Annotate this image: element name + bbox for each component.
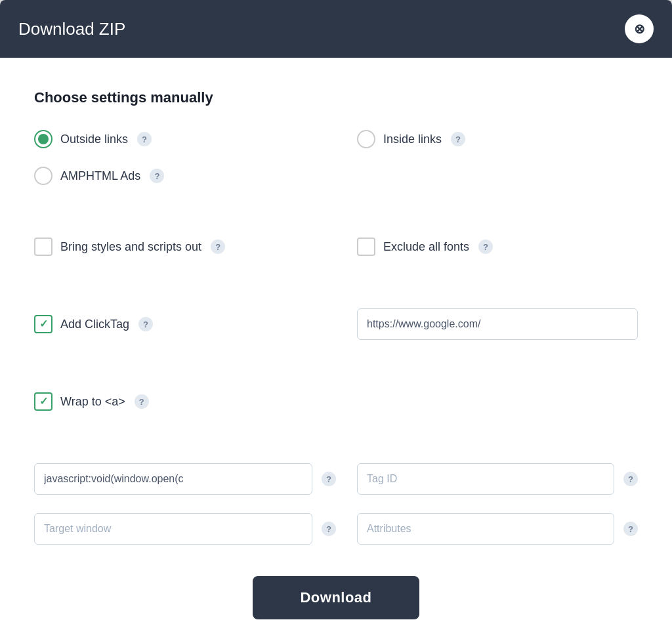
href-input[interactable] (34, 463, 312, 495)
wrap-to-a-help-icon[interactable]: ? (135, 394, 149, 409)
col-exclude-fonts: Exclude all fonts ? (357, 238, 638, 256)
href-help-icon[interactable]: ? (322, 472, 336, 486)
col-amphtml: AMPHTML Ads ? (34, 167, 336, 185)
download-button[interactable]: Download (253, 576, 419, 619)
col-add-clicktag: ✓ Add ClickTag ? (34, 315, 336, 333)
row-amphtml: AMPHTML Ads ? (34, 167, 638, 185)
exclude-fonts-checkbox-outer[interactable] (357, 238, 375, 256)
modal-container: Download ZIP ⊗ Choose settings manually … (0, 0, 672, 643)
wrap-to-a-checkbox[interactable]: ✓ Wrap to <a> (34, 392, 125, 411)
add-clicktag-checkmark: ✓ (39, 319, 48, 329)
wrap-to-a-label: Wrap to <a> (60, 395, 125, 409)
download-section: Download (34, 576, 638, 633)
add-clicktag-checkbox[interactable]: ✓ Add ClickTag (34, 315, 129, 333)
col-attributes: ? (357, 513, 638, 545)
amphtml-ads-radio[interactable]: AMPHTML Ads (34, 167, 140, 185)
row-links: Outside links ? Inside links ? (34, 130, 638, 148)
bring-styles-checkbox-outer[interactable] (34, 238, 52, 256)
wrap-to-a-checkbox-outer[interactable]: ✓ (34, 392, 52, 411)
target-window-input[interactable] (34, 513, 312, 545)
col-tag-id: ? (357, 463, 638, 495)
tag-id-help-icon[interactable]: ? (623, 472, 638, 486)
exclude-fonts-help-icon[interactable]: ? (478, 239, 493, 254)
inside-links-radio-outer[interactable] (357, 130, 375, 148)
add-clicktag-checkbox-outer[interactable]: ✓ (34, 315, 52, 333)
close-icon: ⊗ (634, 21, 645, 37)
amphtml-ads-label: AMPHTML Ads (60, 169, 140, 183)
modal-body: Choose settings manually Outside links ? (0, 58, 672, 643)
target-window-help-icon[interactable]: ? (322, 522, 336, 536)
wrap-to-a-checkmark: ✓ (39, 396, 48, 407)
clicktag-url-input[interactable] (357, 308, 638, 340)
divider-1 (34, 203, 638, 219)
amphtml-ads-help-icon[interactable]: ? (150, 169, 164, 183)
modal-title: Download ZIP (18, 19, 125, 39)
inside-links-radio[interactable]: Inside links (357, 130, 442, 148)
modal-header: Download ZIP ⊗ (0, 0, 672, 58)
outside-links-label: Outside links (60, 133, 128, 146)
inside-links-label: Inside links (383, 133, 442, 146)
row-clicktag: ✓ Add ClickTag ? (34, 308, 638, 340)
section-title: Choose settings manually (34, 89, 638, 106)
divider-4 (34, 429, 638, 445)
attributes-help-icon[interactable]: ? (623, 522, 638, 536)
divider-2 (34, 274, 638, 290)
outside-links-radio-inner (38, 134, 49, 144)
settings-grid: Outside links ? Inside links ? (34, 130, 638, 545)
exclude-fonts-label: Exclude all fonts (383, 240, 469, 254)
row-wrap-a: ✓ Wrap to <a> ? (34, 392, 638, 411)
add-clicktag-label: Add ClickTag (60, 318, 129, 331)
outside-links-radio[interactable]: Outside links (34, 130, 128, 148)
outside-links-radio-outer[interactable] (34, 130, 52, 148)
attributes-input[interactable] (357, 513, 614, 545)
inside-links-help-icon[interactable]: ? (451, 132, 465, 146)
divider-3 (34, 358, 638, 374)
col-bring-styles: Bring styles and scripts out ? (34, 238, 336, 256)
col-inside-links: Inside links ? (357, 130, 638, 148)
col-href: ? (34, 463, 336, 495)
col-target-window: ? (34, 513, 336, 545)
exclude-fonts-checkbox[interactable]: Exclude all fonts (357, 238, 469, 256)
col-outside-links: Outside links ? (34, 130, 336, 148)
row-href-tagid: ? ? (34, 463, 638, 495)
col-wrap-a: ✓ Wrap to <a> ? (34, 392, 336, 411)
outside-links-help-icon[interactable]: ? (137, 132, 152, 146)
tag-id-input[interactable] (357, 463, 614, 495)
amphtml-ads-radio-outer[interactable] (34, 167, 52, 185)
col-clicktag-url (357, 308, 638, 340)
bring-styles-help-icon[interactable]: ? (211, 239, 225, 254)
bring-styles-label: Bring styles and scripts out (60, 240, 201, 254)
close-button[interactable]: ⊗ (625, 14, 654, 43)
row-styles-fonts: Bring styles and scripts out ? Exclude a… (34, 238, 638, 256)
row-target-attributes: ? ? (34, 513, 638, 545)
bring-styles-checkbox[interactable]: Bring styles and scripts out (34, 238, 201, 256)
add-clicktag-help-icon[interactable]: ? (138, 317, 153, 331)
